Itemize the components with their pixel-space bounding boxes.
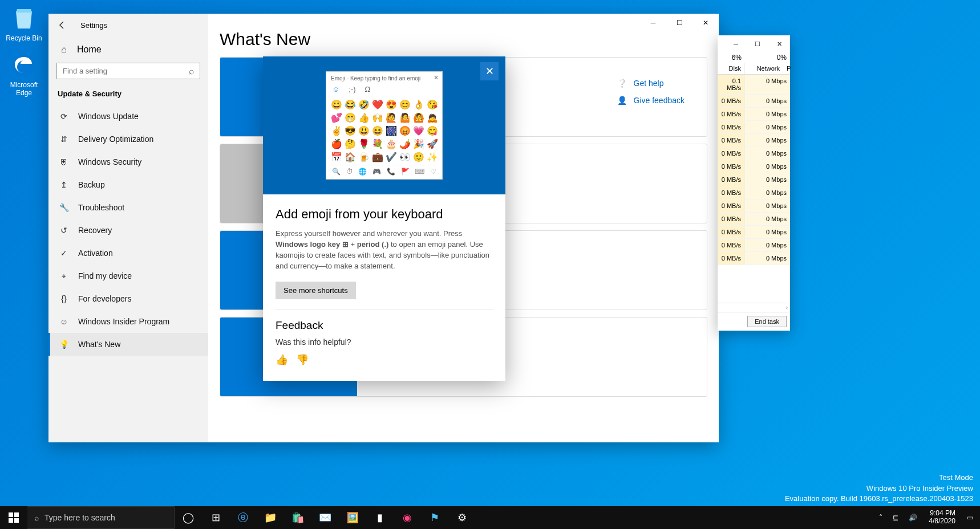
tm-row[interactable]: 0 MB/s0 Mbps [718, 121, 790, 134]
thumbs-up-button[interactable]: 👍 [276, 353, 288, 366]
sidebar-item-troubleshoot[interactable]: 🔧Troubleshoot [48, 196, 208, 219]
end-task-button[interactable]: End task [747, 316, 787, 327]
emoji-item[interactable]: 😁 [345, 112, 356, 123]
emoji-item[interactable]: 😋 [427, 125, 438, 136]
tm-row[interactable]: 0 MB/s0 Mbps [718, 213, 790, 226]
emoji-item[interactable]: 😂 [345, 99, 356, 110]
terminal-icon[interactable]: ▮ [366, 506, 394, 529]
tm-minimize-button[interactable]: ─ [725, 40, 747, 47]
emoji-item[interactable]: 😃 [358, 125, 370, 136]
minimize-button[interactable]: ─ [640, 14, 666, 32]
emoji-item[interactable]: 💐 [372, 139, 383, 149]
sidebar-item-what-s-new[interactable]: 💡What's New [48, 333, 208, 356]
maximize-button[interactable]: ☐ [666, 14, 693, 32]
taskbar-search[interactable]: ⌕ Type here to search [27, 506, 175, 529]
emoji-category-icon[interactable]: ♡ [430, 168, 436, 176]
sidebar-item-windows-security[interactable]: ⛨Windows Security [48, 150, 208, 173]
emoji-category-icon[interactable]: 🎮 [372, 168, 381, 176]
tm-row[interactable]: 0 MB/s0 Mbps [718, 95, 790, 108]
emoji-item[interactable]: 🤷 [399, 112, 411, 123]
emoji-item[interactable]: 🤔 [345, 139, 356, 149]
back-button[interactable] [55, 18, 69, 32]
sidebar-item-backup[interactable]: ↥Backup [48, 173, 208, 196]
emoji-item[interactable]: ✔️ [386, 152, 397, 162]
emoji-item[interactable]: 🍺 [358, 152, 370, 162]
taskbar-clock[interactable]: 9:04 PM 4/8/2020 [924, 510, 960, 526]
emoji-item[interactable]: 😡 [399, 125, 411, 136]
emoji-item[interactable]: 🙌 [372, 112, 383, 123]
tip-close-button[interactable]: ✕ [480, 62, 499, 80]
tm-close-button[interactable]: ✕ [768, 40, 790, 48]
emoji-item[interactable]: 📅 [331, 152, 342, 162]
sidebar-item-recovery[interactable]: ↺Recovery [48, 219, 208, 242]
emoji-item[interactable]: 🍎 [331, 139, 342, 149]
emoji-item[interactable]: 😊 [399, 99, 411, 110]
emoji-item[interactable]: 🎉 [413, 139, 424, 149]
close-button[interactable]: ✕ [693, 14, 719, 32]
emoji-item[interactable]: 💗 [413, 125, 424, 136]
emoji-item[interactable]: ✌️ [331, 125, 342, 136]
tm-row[interactable]: 0 MB/s0 Mbps [718, 200, 790, 213]
sidebar-item-delivery-optimization[interactable]: ⇵Delivery Optimization [48, 128, 208, 150]
home-nav[interactable]: ⌂ Home [48, 36, 208, 63]
emoji-item[interactable]: 🌹 [358, 139, 370, 149]
tray-network-icon[interactable]: ⊑ [889, 514, 902, 522]
file-explorer-icon[interactable]: 📁 [257, 506, 284, 529]
store-icon[interactable]: 🛍️ [284, 506, 311, 529]
tm-row[interactable]: 0 MB/s0 Mbps [718, 226, 790, 239]
sidebar-item-windows-insider-program[interactable]: ☺Windows Insider Program [48, 310, 208, 333]
emoji-category-icon[interactable]: ⏱ [346, 168, 353, 176]
emoji-item[interactable]: ✨ [427, 152, 438, 162]
recycle-bin-icon[interactable]: Recycle Bin [2, 5, 46, 42]
emoji-item[interactable]: 😘 [427, 99, 438, 110]
tm-maximize-button[interactable]: ☐ [747, 40, 768, 48]
emoji-item[interactable]: 😀 [331, 99, 342, 110]
emoji-item[interactable]: 🙇 [427, 112, 438, 123]
start-button[interactable] [0, 506, 27, 529]
emoji-tab[interactable]: Ω [365, 85, 371, 93]
give-feedback-link[interactable]: 👤 Give feedback [617, 96, 685, 105]
emoji-item[interactable]: 🙋 [386, 112, 397, 123]
cortana-icon[interactable]: ◯ [175, 506, 202, 529]
tm-row[interactable]: 0.1 MB/s0 Mbps [718, 75, 790, 95]
tm-row[interactable]: 0 MB/s0 Mbps [718, 147, 790, 160]
emoji-item[interactable]: ❤️ [372, 99, 383, 110]
emoji-category-icon[interactable]: 🌐 [358, 168, 367, 176]
edge-icon[interactable]: Microsoft Edge [2, 51, 46, 97]
feedback-hub-icon[interactable]: ⚑ [421, 506, 448, 529]
tm-row[interactable]: 0 MB/s0 Mbps [718, 239, 790, 252]
emoji-item[interactable]: 👀 [399, 152, 411, 162]
edge-taskbar-icon[interactable]: ⓔ [229, 506, 257, 529]
emoji-item[interactable]: 👍 [358, 112, 370, 123]
emoji-item[interactable]: 💕 [331, 112, 342, 123]
emoji-item[interactable]: 🌶️ [399, 139, 411, 149]
tm-horizontal-scroll[interactable]: › [718, 303, 790, 312]
extra-column-header[interactable]: P [783, 63, 790, 74]
tm-row[interactable]: 0 MB/s0 Mbps [718, 134, 790, 147]
sidebar-item-for-developers[interactable]: {}For developers [48, 287, 208, 310]
emoji-item[interactable]: 🎂 [386, 139, 397, 149]
get-help-link[interactable]: ❔ Get help [617, 79, 685, 88]
emoji-item[interactable]: 🏠 [345, 152, 356, 162]
emoji-item[interactable]: 🚀 [427, 139, 438, 149]
tm-row[interactable]: 0 MB/s0 Mbps [718, 173, 790, 186]
emoji-category-icon[interactable]: 🚩 [401, 168, 410, 176]
tm-row[interactable]: 0 MB/s0 Mbps [718, 108, 790, 121]
emoji-item[interactable]: 💼 [372, 152, 383, 162]
emoji-category-icon[interactable]: 📞 [387, 168, 395, 176]
emoji-item[interactable]: 😆 [372, 125, 383, 136]
mail-icon[interactable]: ✉️ [311, 506, 339, 529]
emoji-category-icon[interactable]: 🔍 [332, 168, 341, 176]
emoji-item[interactable]: 🤣 [358, 99, 370, 110]
emoji-tab[interactable]: ;-) [349, 85, 355, 93]
emoji-category-icon[interactable]: ⌨ [415, 168, 424, 176]
disk-column-header[interactable]: Disk [718, 63, 745, 74]
tm-row[interactable]: 0 MB/s0 Mbps [718, 186, 790, 200]
tray-volume-icon[interactable]: 🔊 [905, 514, 921, 522]
settings-search-input[interactable] [56, 63, 200, 79]
tray-chevron-icon[interactable]: ˄ [876, 514, 886, 522]
emoji-item[interactable]: 🙂 [413, 152, 424, 162]
emoji-tab[interactable]: ☺ [332, 85, 339, 93]
see-more-shortcuts-button[interactable]: See more shortcuts [276, 282, 356, 299]
network-column-header[interactable]: Network [745, 63, 783, 74]
